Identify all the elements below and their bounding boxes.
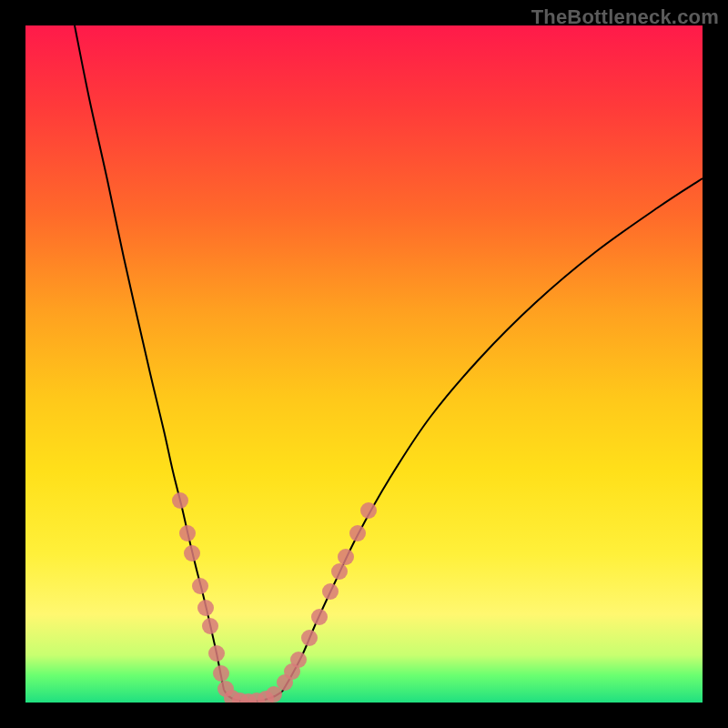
marker-point bbox=[349, 525, 366, 541]
plot-area bbox=[25, 25, 703, 703]
marker-point bbox=[338, 549, 354, 565]
highlight-markers bbox=[172, 492, 377, 703]
curve-right-branch bbox=[282, 178, 703, 692]
marker-point bbox=[172, 492, 188, 509]
marker-point bbox=[301, 630, 318, 646]
watermark-text: TheBottleneck.com bbox=[531, 5, 719, 29]
marker-point bbox=[202, 618, 218, 634]
marker-point bbox=[290, 652, 307, 668]
marker-point bbox=[331, 563, 348, 580]
chart-frame: TheBottleneck.com bbox=[0, 0, 728, 728]
marker-point bbox=[179, 525, 196, 541]
chart-svg bbox=[25, 25, 703, 703]
marker-point bbox=[197, 600, 214, 616]
marker-point bbox=[213, 665, 229, 682]
marker-point bbox=[192, 578, 208, 594]
marker-point bbox=[360, 502, 377, 519]
marker-point bbox=[184, 545, 200, 561]
marker-point bbox=[322, 583, 339, 600]
marker-point bbox=[311, 609, 328, 625]
marker-point bbox=[208, 645, 225, 662]
